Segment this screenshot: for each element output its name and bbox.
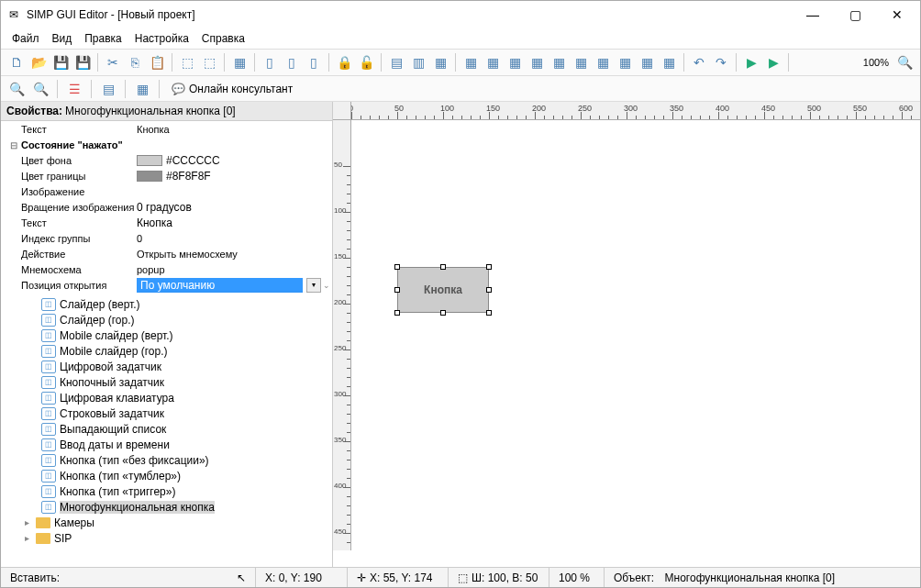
tree-label: Выпадающий список <box>60 423 166 436</box>
grid-1-icon[interactable]: ▦ <box>460 52 481 72</box>
prop-value[interactable]: #8F8F8F <box>137 170 332 183</box>
bring-front-icon[interactable]: ▦ <box>229 52 250 72</box>
prop-value[interactable]: #CCCCCC <box>137 154 332 167</box>
tree-expand-icon[interactable]: ▸ <box>21 517 32 527</box>
consultant-button[interactable]: 💬 Онлайн консультант <box>166 81 298 97</box>
close-button[interactable]: ✕ <box>876 1 918 28</box>
list-icon[interactable]: ☰ <box>64 79 84 99</box>
zoom-label: 100% <box>860 57 893 68</box>
align-2-icon[interactable]: ▯ <box>282 52 302 72</box>
tree-item[interactable]: ◫Слайдер (гор.) <box>3 312 330 327</box>
menu-help[interactable]: Справка <box>196 30 250 47</box>
tree-item[interactable]: ◫Многофункциональная кнопка <box>3 499 330 515</box>
unlock-icon[interactable]: 🔓 <box>356 52 376 72</box>
grid-8-icon[interactable]: ▦ <box>615 52 635 72</box>
tree-item[interactable]: ◫Mobile слайдер (верт.) <box>3 327 330 343</box>
grid-5-icon[interactable]: ▦ <box>549 52 569 72</box>
maximize-button[interactable]: ▢ <box>834 1 876 28</box>
resize-handle-ne[interactable] <box>486 264 492 270</box>
component-tree[interactable]: ◫Слайдер (верт.)◫Слайдер (гор.)◫Mobile с… <box>1 293 332 567</box>
tree-item[interactable]: ◫Цифровой задатчик <box>3 359 330 374</box>
tree-item[interactable]: ◫Кнопка (тип «без фиксации») <box>3 452 330 468</box>
grid-7-icon[interactable]: ▦ <box>593 52 613 72</box>
layout-1-icon[interactable]: ▤ <box>386 52 406 72</box>
vertical-ruler: 50100150200250300350400450500550 <box>333 120 351 550</box>
resize-handle-nw[interactable] <box>394 264 400 270</box>
menu-settings[interactable]: Настройка <box>129 30 194 47</box>
resize-handle-e[interactable] <box>486 287 492 293</box>
zoom-out-icon[interactable]: 🔍 <box>6 79 27 99</box>
align-3-icon[interactable]: ▯ <box>304 52 324 72</box>
prop-value[interactable]: Кнопка <box>137 216 332 229</box>
tree-folder[interactable]: ▸Камеры <box>3 515 330 530</box>
tree-item[interactable]: ◫Кнопочный задатчик <box>3 374 330 390</box>
tree-item[interactable]: ◫Mobile слайдер (гор.) <box>3 343 330 359</box>
open-icon[interactable]: 📂 <box>28 52 49 72</box>
app-icon: ✉ <box>6 7 21 22</box>
minimize-button[interactable]: — <box>792 1 834 28</box>
design-canvas[interactable]: Кнопка <box>351 120 920 550</box>
color-swatch[interactable] <box>137 155 162 166</box>
menu-edit[interactable]: Правка <box>79 30 128 47</box>
ungroup-icon[interactable]: ⬚ <box>199 52 219 72</box>
canvas-button-widget[interactable]: Кнопка <box>397 267 489 313</box>
component-icon: ◫ <box>41 407 56 420</box>
tree-item[interactable]: ◫Ввод даты и времени <box>3 437 330 452</box>
toolbar-main: 🗋 📂 💾 💾 ✂ ⎘ 📋 ⬚ ⬚ ▦ ▯ ▯ ▯ 🔒 🔓 ▤ ▥ ▦ ▦ ▦ … <box>1 49 920 76</box>
prop-group[interactable]: Состояние "нажато" <box>1 139 137 150</box>
align-1-icon[interactable]: ▯ <box>260 52 280 72</box>
group-icon[interactable]: ⬚ <box>177 52 197 72</box>
prop-value[interactable]: popup <box>137 264 332 275</box>
tree-folder[interactable]: ▸SIP <box>3 530 330 546</box>
resize-handle-se[interactable] <box>486 310 492 316</box>
tree-item[interactable]: ◫Выпадающий список <box>3 421 330 437</box>
lock-icon[interactable]: 🔒 <box>334 52 354 72</box>
tree-item[interactable]: ◫Кнопка (тип «тумблер») <box>3 468 330 483</box>
grid-3-icon[interactable]: ▦ <box>505 52 525 72</box>
canvas-panel: 050100150200250300350400450500550600650 … <box>333 102 920 567</box>
run-icon[interactable]: ▶ <box>741 52 761 72</box>
grid-4-icon[interactable]: ▦ <box>527 52 547 72</box>
resize-handle-s[interactable] <box>440 310 446 316</box>
prop-value[interactable]: 0 <box>137 233 332 244</box>
tree-item[interactable]: ◫Кнопка (тип «триггер») <box>3 483 330 499</box>
save-icon[interactable]: 💾 <box>50 52 71 72</box>
tree-item[interactable]: ◫Строковый задатчик <box>3 405 330 421</box>
expand-icon[interactable]: ⌄ <box>321 281 332 290</box>
paste-icon[interactable]: 📋 <box>147 52 167 72</box>
undo-icon[interactable]: ↶ <box>689 52 709 72</box>
grid-2-icon[interactable]: ▦ <box>483 52 503 72</box>
tree-item[interactable]: ◫Цифровая клавиатура <box>3 390 330 405</box>
grid-6-icon[interactable]: ▦ <box>571 52 591 72</box>
redo-icon[interactable]: ↷ <box>711 52 731 72</box>
panel-icon[interactable]: ▤ <box>98 79 118 99</box>
resize-handle-w[interactable] <box>394 287 400 293</box>
layout-2-icon[interactable]: ▥ <box>408 52 428 72</box>
menu-view[interactable]: Вид <box>47 30 78 47</box>
zoom-icon[interactable]: 🔍 <box>894 52 915 72</box>
tree-item[interactable]: ◫Слайдер (верт.) <box>3 296 330 312</box>
tiles-icon[interactable]: ▦ <box>132 79 152 99</box>
cut-icon[interactable]: ✂ <box>103 52 123 72</box>
prop-value[interactable]: Открыть мнемосхему <box>137 249 332 260</box>
zoom-in-icon[interactable]: 🔍 <box>30 79 50 99</box>
prop-value[interactable]: 0 градусов <box>137 201 332 214</box>
prop-dropdown[interactable]: По умолчанию <box>137 278 303 293</box>
resize-handle-sw[interactable] <box>394 310 400 316</box>
dropdown-arrow-icon[interactable]: ▾ <box>306 278 321 293</box>
layout-3-icon[interactable]: ▦ <box>430 52 450 72</box>
color-swatch[interactable] <box>137 171 162 182</box>
copy-icon[interactable]: ⎘ <box>125 52 145 72</box>
tree-expand-icon[interactable]: ▸ <box>21 533 32 543</box>
left-panel: Свойства: Многофункциональная кнопка [0]… <box>1 102 333 567</box>
resize-handle-n[interactable] <box>440 264 446 270</box>
save-all-icon[interactable]: 💾 <box>72 52 93 72</box>
prop-value[interactable]: Кнопка <box>137 124 332 135</box>
canvas-scroll[interactable]: Кнопка <box>351 120 920 550</box>
grid-9-icon[interactable]: ▦ <box>637 52 657 72</box>
menu-file[interactable]: Файл <box>6 30 45 47</box>
grid-10-icon[interactable]: ▦ <box>659 52 679 72</box>
component-icon: ◫ <box>41 501 56 514</box>
new-file-icon[interactable]: 🗋 <box>6 52 27 72</box>
debug-icon[interactable]: ▶ <box>763 52 783 72</box>
